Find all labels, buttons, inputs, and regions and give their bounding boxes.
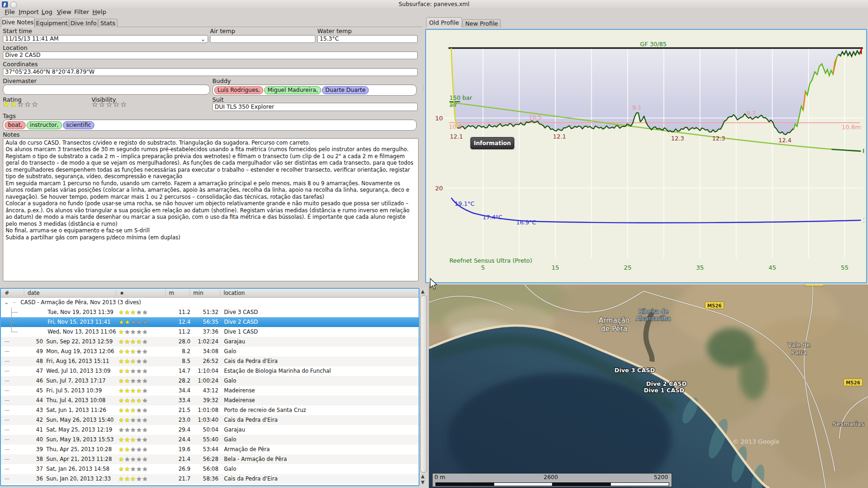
rating-stars[interactable]: ★★☆☆☆	[3, 100, 39, 109]
menu-item-help[interactable]: Help	[91, 8, 107, 16]
trip-group-row[interactable]: ⌄–CASD - Armação de Pêra, Nov 2013 (3 di…	[1, 298, 419, 307]
tag-pill[interactable]: scientific	[63, 121, 94, 129]
chevron-down-icon[interactable]: ⌄	[201, 36, 205, 42]
dive-row[interactable]: 43Sat, Jun 1, 2013 11:2621.51:01:08Porto…	[1, 405, 419, 415]
dive-row[interactable]: 42Sun, May 26, 2013 15:4023.01:03:40Cais…	[1, 415, 419, 425]
tags-field[interactable]: boat,instructor,scientific	[3, 119, 417, 131]
tag-pill[interactable]: boat,	[5, 121, 26, 129]
tab-equipment[interactable]: Equipment	[35, 19, 69, 27]
dive-row[interactable]: Fri, Nov 15, 2013 11:4112.456:35Dive 2 C…	[1, 317, 419, 327]
dive-location: Galo	[224, 435, 236, 445]
dive-location: Galo	[224, 376, 236, 386]
column-separator[interactable]	[165, 290, 166, 296]
dive-depth: 21.7	[160, 474, 190, 484]
dive-row[interactable]: 37Sat, Jan 26, 2013 14:5826.956:08Galo★★…	[1, 464, 419, 474]
dive-location: Garajau	[224, 425, 245, 435]
column-header-stars[interactable]: ★	[119, 290, 124, 296]
dive-number: 46	[30, 376, 43, 386]
chart-label: air	[449, 101, 457, 108]
dive-row[interactable]: 40Sun, May 19, 2013 15:5324.455:40Galo★★…	[1, 435, 419, 445]
dive-row[interactable]: 48Fri, Aug 16, 2013 15:118.526:52Cais da…	[1, 356, 419, 366]
dive-row[interactable]: 50Sun, Sep 22, 2013 12:5928.01:02:24Gara…	[1, 337, 419, 347]
column-header-m[interactable]: m	[169, 290, 174, 296]
tab-old-profile[interactable]: Old Profile	[426, 17, 462, 28]
dive-depth: 28.2	[160, 376, 190, 386]
column-separator[interactable]	[24, 290, 24, 296]
tree-line	[5, 371, 9, 371]
dive-row[interactable]: Wed, Nov 13, 2013 11:0611.237:36Dive 1 C…	[1, 327, 419, 337]
map-place-label: Vale de	[788, 342, 810, 349]
column-header-num[interactable]: #	[5, 290, 9, 296]
menu-item-view[interactable]: View	[56, 8, 72, 16]
tab-stats[interactable]: Stats	[98, 19, 118, 27]
location-field[interactable]: Dive 2 CASD	[3, 51, 418, 59]
dive-list-table[interactable]: #date★mminlocation⌄–CASD - Armação de Pê…	[0, 288, 420, 486]
menu-item-log[interactable]: Log	[41, 8, 53, 16]
notes-field[interactable]: Aula do curso CASD. Transectos c/video e…	[3, 138, 419, 281]
information-tooltip[interactable]: Information	[470, 137, 514, 149]
tree-line	[5, 410, 9, 411]
tab-dive-info[interactable]: Dive Info	[69, 19, 98, 27]
menu-item-filter[interactable]: Filter	[73, 8, 90, 16]
dive-rating-stars: ★★★★★	[119, 347, 148, 356]
dive-profile-chart[interactable]: GF 30/85150 barair80102010.812.112.110.5…	[426, 30, 864, 280]
dive-date: Wed, Nov 13, 2013 11:06	[48, 327, 116, 337]
scroll-up-icon[interactable]: ▲	[421, 474, 425, 479]
column-separator[interactable]	[220, 290, 220, 296]
menu-item-import[interactable]: Import	[18, 8, 40, 16]
menu-item-file[interactable]: File	[4, 8, 16, 16]
vertical-splitter-handle[interactable]: ···	[420, 86, 425, 91]
scroll-up-icon[interactable]: ▲	[421, 289, 425, 294]
dive-number: 45	[30, 386, 43, 396]
tab-new-profile[interactable]: New Profile	[462, 19, 501, 28]
dive-row[interactable]: 45Fri, Jul 5, 2013 10:3934.443:12Madeire…	[1, 386, 419, 396]
dive-row[interactable]: 44Thu, Jul 4, 2013 10:0833.439:32Madeire…	[1, 396, 419, 405]
dive-rating-stars: ★★★★★	[119, 454, 148, 464]
dive-number: 38	[30, 454, 43, 464]
tag-pill[interactable]: instructor,	[27, 121, 62, 129]
buddy-pill[interactable]: Luís Rodrigues,	[214, 86, 263, 94]
scroll-down-icon[interactable]: ▼	[421, 480, 425, 485]
suit-field[interactable]: DUI TLS 350 Explorer	[212, 103, 418, 111]
dive-row[interactable]: 46Sun, Jul 7, 2013 17:1728.21:00:24Galo★…	[1, 376, 419, 386]
water-temp-field[interactable]: 15.3°C	[317, 35, 418, 43]
visibility-stars[interactable]: ☆☆☆☆☆	[91, 100, 127, 109]
window-button-icon[interactable]	[10, 1, 17, 8]
buddy-pill[interactable]: Duarte Duarte	[322, 86, 369, 94]
dive-row[interactable]: 39Thu, Apr 25, 2013 10:2819.653:44Armaçã…	[1, 445, 419, 454]
tree-line	[5, 390, 9, 391]
divemaster-field[interactable]	[3, 84, 210, 95]
dive-site-map[interactable]: M526M526M1281Armaçãode PêraRibeira deAlc…	[429, 285, 868, 488]
start-time-combo[interactable]: 11/15/13 11:41 AM	[3, 35, 208, 43]
buddy-field[interactable]: Luís Rodrigues,Miguel Madureira,Duarte D…	[212, 84, 417, 96]
dive-list-scrollbar[interactable]: ▲ ▲ ▼	[420, 288, 427, 488]
air-temp-field[interactable]	[210, 35, 315, 43]
chart-label: 12.1	[553, 133, 566, 140]
dive-depth: 34.4	[160, 386, 190, 396]
dive-row[interactable]: 38Sun, Apr 21, 2013 11:2821.456:28Bela -…	[1, 454, 419, 464]
column-header-min[interactable]: min	[193, 290, 203, 296]
map-place-label: Alcantarilha	[636, 315, 671, 322]
dive-row[interactable]: Tue, Nov 19, 2013 11:3911.251:32Dive 3 C…	[1, 307, 419, 317]
dive-row[interactable]: 36Sun, Jan 20, 2013 12:3321.758:36Cais d…	[1, 474, 419, 484]
column-separator[interactable]	[189, 290, 190, 296]
map-place-label: Sesmarias	[833, 420, 864, 427]
tab-dive-notes[interactable]: Dive Notes	[1, 17, 35, 27]
tree-line	[11, 312, 18, 313]
chart-label: 5	[481, 264, 485, 271]
coordinates-field[interactable]: 37°05'23.460"N 8°20'47.879"W	[3, 68, 418, 76]
buddy-pill[interactable]: Miguel Madureira,	[264, 86, 321, 94]
scale-segment	[435, 482, 494, 486]
dive-row[interactable]: 49Mon, Aug 19, 2013 12:068.234:08Galo★★★…	[1, 347, 419, 356]
column-header-location[interactable]: location	[224, 290, 245, 296]
title-bar[interactable]: Subsurface: paneves.xml	[0, 0, 868, 8]
dive-date: Thu, Apr 25, 2013 10:28	[46, 445, 112, 454]
dive-depth: 14.7	[160, 366, 190, 376]
column-separator[interactable]	[116, 290, 116, 296]
dive-row[interactable]: 47Wed, Jul 10, 2013 13:0914.71:10:04Esta…	[1, 366, 419, 376]
dive-row[interactable]: 41Sat, May 25, 2013 12:1929.450:04Garaja…	[1, 425, 419, 435]
column-header-date[interactable]: date	[28, 290, 40, 296]
dive-location: Cais da Pedra d'Eira	[224, 474, 278, 484]
scrollbar-thumb[interactable]	[420, 295, 427, 473]
buddy-label: Buddy	[212, 77, 231, 84]
